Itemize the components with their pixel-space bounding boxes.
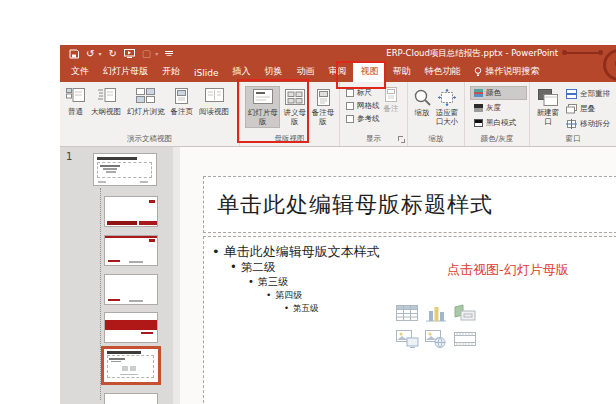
guides-checkbox[interactable]: 参考线 [346, 114, 380, 124]
lightbulb-icon [474, 67, 482, 77]
notes-page-icon [174, 88, 189, 104]
tab-islide[interactable]: iSlide [187, 64, 225, 82]
tab-slide-master[interactable]: 幻灯片母版 [96, 61, 155, 82]
master-slide-thumbnail[interactable] [93, 153, 157, 186]
color-icon [474, 89, 483, 97]
zoom-button[interactable]: 缩放 [412, 86, 432, 119]
black-white-icon [474, 119, 483, 127]
tab-view[interactable]: 视图 [353, 61, 385, 82]
tab-transitions[interactable]: 切换 [257, 61, 289, 82]
tab-review[interactable]: 审阅 [321, 61, 353, 82]
outline-view-icon [97, 88, 116, 104]
powerpoint-window: ↺▾ ↻ ▢▾ ERP-Cloud项目总结报告.pptx - PowerPoin… [60, 45, 616, 404]
fit-to-window-button[interactable]: 适应窗口大小 [432, 86, 462, 128]
ribbon: 普通 大纲视图 幻灯片浏览 备注页 [60, 82, 616, 147]
layout-thumbnail-partial[interactable] [104, 393, 158, 404]
grayscale-button[interactable]: 灰度 [470, 101, 527, 115]
zoom-magnifier-icon [414, 89, 431, 106]
group-master-views: 幻灯片母版 讲义母版 备注母版 母版视图 [240, 82, 340, 146]
black-white-button[interactable]: 黑白模式 [470, 116, 527, 130]
arrange-all-icon [566, 89, 577, 99]
title-placeholder[interactable]: 单击此处编辑母版标题样式 [203, 176, 616, 233]
notes-master-button[interactable]: 备注母版 [309, 86, 337, 128]
group-label-zoom: 缩放 [408, 132, 464, 146]
gridlines-checkbox[interactable]: 网格线 [346, 101, 380, 111]
content-placeholder-icons [395, 303, 477, 349]
group-label-color-grayscale: 颜色/灰度 [465, 132, 529, 146]
tab-home[interactable]: 开始 [155, 61, 187, 82]
handout-master-icon [285, 89, 305, 106]
save-icon[interactable] [69, 49, 79, 59]
undo-dropdown-icon[interactable]: ▾ [98, 50, 101, 57]
quick-access-toolbar: ↺▾ ↻ ▢▾ [60, 49, 173, 59]
group-label-window: 窗口 [530, 132, 616, 146]
insert-chart-icon[interactable] [424, 303, 448, 323]
color-button[interactable]: 颜色 [470, 86, 527, 100]
new-window-icon [538, 89, 558, 106]
tab-help[interactable]: 帮助 [385, 61, 417, 82]
cascade-button[interactable]: 层叠 [562, 102, 614, 116]
customize-qat-icon[interactable] [165, 50, 173, 57]
group-zoom: 缩放 适应窗口大小 缩放 [408, 82, 465, 146]
layout-thumbnail-1[interactable] [104, 196, 158, 227]
tab-special-features[interactable]: 特色功能 [417, 61, 467, 82]
insert-smartart-icon[interactable] [453, 303, 477, 323]
handout-master-button[interactable]: 讲义母版 [280, 86, 309, 128]
group-color-grayscale: 颜色 灰度 黑白模式 颜色/灰度 [465, 82, 530, 146]
redo-icon[interactable]: ↻ [108, 49, 116, 59]
group-window: 新建窗口 全部重排 层叠 移动拆分 [530, 82, 616, 146]
layout-thumbnail-2[interactable] [104, 235, 158, 266]
layout-thumbnail-selected[interactable] [101, 346, 161, 385]
screenshot-stage: ↺▾ ↻ ▢▾ ERP-Cloud项目总结报告.pptx - PowerPoin… [0, 0, 616, 404]
fit-to-window-icon [438, 89, 456, 106]
move-split-button[interactable]: 移动拆分 [562, 117, 614, 131]
cascade-icon [566, 104, 577, 114]
watermark-dot [598, 50, 603, 55]
layout-thumbnail-3[interactable] [104, 274, 158, 305]
ribbon-tab-bar: 文件 幻灯片母版 开始 iSlide 插入 切换 动画 审阅 视图 帮助 特色功… [60, 62, 616, 82]
normal-view-button[interactable]: 普通 [63, 86, 88, 118]
touch-mode-dropdown-icon[interactable]: ▾ [155, 50, 158, 57]
slide-master-button[interactable]: 幻灯片母版 [245, 86, 280, 128]
slide-sorter-icon [136, 88, 155, 104]
slide-number: 1 [66, 151, 72, 162]
tab-insert[interactable]: 插入 [225, 61, 257, 82]
touch-mode-icon[interactable]: ▢ [142, 49, 151, 59]
arrange-all-button[interactable]: 全部重排 [562, 87, 614, 101]
undo-icon[interactable]: ↺ [86, 49, 94, 59]
insert-online-picture-icon[interactable] [424, 329, 448, 349]
grayscale-icon [474, 104, 483, 112]
notes-master-icon [316, 89, 331, 106]
insert-table-icon[interactable] [395, 303, 419, 323]
group-label-show: 显示 [340, 132, 407, 146]
group-label-master-views: 母版视图 [240, 132, 339, 146]
watermark-dot [562, 50, 567, 55]
notes-button[interactable]: 备注 [384, 86, 399, 114]
insert-video-icon[interactable] [453, 329, 477, 349]
slide-thumbnail-panel: 1 [60, 147, 180, 404]
new-window-button[interactable]: 新建窗口 [534, 86, 562, 128]
slide-editing-area: 单击此处编辑母版标题样式 •单击此处编辑母版文本样式 •第二级 •第三级 •第四… [180, 147, 616, 404]
layout-thumbnail-4[interactable] [104, 312, 158, 343]
reading-view-icon [205, 88, 224, 104]
thumbnail-scrollbar[interactable] [173, 147, 180, 404]
tab-tell-me[interactable]: 操作说明搜索 [467, 61, 546, 82]
group-show: 标尺 网格线 参考线 备注 显示 [340, 82, 408, 146]
ruler-checkbox[interactable]: 标尺 [346, 88, 380, 98]
body-level-4: •第四级 [266, 289, 616, 302]
tab-file[interactable]: 文件 [64, 61, 96, 82]
start-slideshow-icon[interactable] [124, 49, 135, 58]
document-title: ERP-Cloud项目总结报告.pptx - PowerPoint [386, 48, 558, 60]
body-level-1: •单击此处编辑母版文本样式 [212, 243, 616, 260]
outline-view-button[interactable]: 大纲视图 [88, 86, 124, 118]
notes-page-button[interactable]: 备注页 [168, 86, 197, 118]
tab-animations[interactable]: 动画 [289, 61, 321, 82]
checkbox-icon [346, 115, 354, 123]
insert-picture-icon[interactable] [395, 329, 419, 349]
master-title-text: 单击此处编辑母版标题样式 [204, 190, 493, 220]
dialog-launcher-icon[interactable] [398, 136, 405, 143]
slide-sorter-button[interactable]: 幻灯片浏览 [124, 86, 168, 118]
group-label-presentation-views: 演示文稿视图 [60, 132, 239, 146]
checkbox-icon [346, 89, 354, 97]
reading-view-button[interactable]: 阅读视图 [196, 86, 232, 118]
